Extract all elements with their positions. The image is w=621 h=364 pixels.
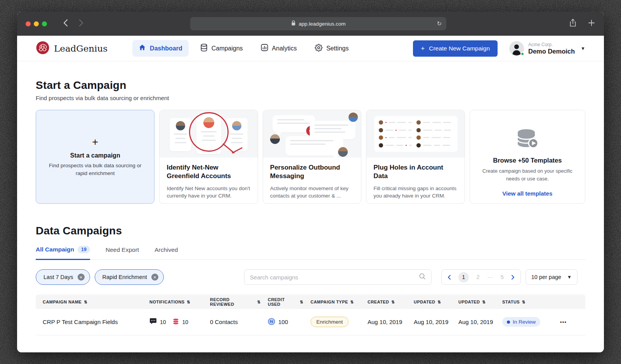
status-label: In Review [513,319,536,325]
chip-label: Rapid Enrichment [102,274,147,280]
zoom-button[interactable] [42,21,47,26]
database-icon [200,43,208,53]
filter-chip-rapid-enrichment[interactable]: Rapid Enrichment × [95,269,164,285]
row-actions-icon[interactable]: ••• [560,319,567,325]
nav-item-dashboard[interactable]: Dashboard [132,40,189,57]
next-page-icon[interactable] [512,275,515,280]
nav-label-campaigns: Campaigns [212,45,243,52]
view-all-templates-link[interactable]: View all templates [502,190,552,197]
section-title: Data Campaigns [36,225,585,237]
browse-templates-card[interactable]: Browse +50 Templates Create campaign bas… [470,110,585,204]
count-badge: 19 [78,246,90,253]
nav-item-campaigns[interactable]: Campaigns [194,40,249,57]
analytics-icon [261,44,268,53]
data-stack-icon[interactable] [172,318,179,326]
page-1[interactable]: 1 [458,272,469,283]
sort-icon[interactable] [350,300,354,304]
lock-icon [291,20,296,27]
outbound-messaging-card[interactable]: Personalize Outbound Messaging Actively … [263,110,361,204]
search-box [244,269,432,285]
col-record-reviewed: Record Reviewed [210,297,255,307]
search-input[interactable] [250,274,419,281]
back-icon[interactable] [63,19,68,28]
prev-page-icon[interactable] [448,275,451,280]
filter-chip-last-7-days[interactable]: Last 7 Days × [36,269,90,285]
filter-toolbar: Last 7 Days × Rapid Enrichment × 1 2 ···… [36,269,585,285]
app-navbar: LeadGenius Dashboard Campaigns Analytics… [17,36,604,61]
page-subtitle: Find prospects via bulk data sourcing or… [36,95,585,101]
cell-campaign-name[interactable]: CRP P Test Campaign Fields [36,319,142,325]
sort-icon[interactable] [84,300,87,304]
sort-icon[interactable] [522,300,526,304]
new-tab-icon[interactable] [588,19,595,28]
forward-icon[interactable] [79,19,83,28]
brand-logo[interactable]: LeadGenius [36,41,108,56]
greenfield-accounts-card[interactable]: Identify Net-New Greenfield Accounts Ide… [159,110,258,204]
sort-icon[interactable] [482,300,486,304]
user-name: Demo Demoich [528,48,575,55]
campaign-cards: + Start a campaign Find prospects via bu… [36,110,585,204]
address-bar[interactable]: app.leadgenius.com ↻ [190,17,446,30]
chevron-down-icon: ▼ [567,274,572,280]
cell-record-reviewed: 0 Contacts [203,319,261,325]
cell-updated-2: Aug 10, 2019 [451,319,495,325]
user-company: Acme Corp. [528,42,575,47]
sort-icon[interactable] [300,300,304,304]
card-title: Browse +50 Templates [493,157,562,164]
nav-item-settings[interactable]: Settings [309,40,355,57]
tab-all-campaign[interactable]: All Campaign 19 [36,246,90,260]
page-2[interactable]: 2 [477,274,480,280]
create-button-label: Create New Campaign [429,45,490,52]
cell-status: In Review [495,317,553,327]
tab-need-export[interactable]: Need Export [106,246,139,259]
campaign-tabs: All Campaign 19 Need Export Archived [36,246,585,260]
plus-icon: + [421,45,425,52]
per-page-select[interactable]: 10 per page ▼ [526,269,578,285]
account-data-illustration [366,110,464,158]
magnifier-icon [189,112,229,152]
message-count: 10 [160,319,166,325]
traffic-lights [26,21,47,26]
nav-label-dashboard: Dashboard [150,45,182,52]
account-data-card[interactable]: Plug Holes in Account Data Fill critical… [366,110,465,204]
table-row[interactable]: CRP P Test Campaign Fields 10 10 0 Conta… [36,309,585,335]
tab-archived[interactable]: Archived [154,246,178,259]
user-menu[interactable]: Acme Corp. Demo Demoich ▼ [509,41,585,56]
sort-icon[interactable] [187,300,191,304]
remove-filter-icon[interactable]: × [78,274,85,281]
card-description: Create campaign based on your specific n… [479,167,576,182]
plus-icon: + [92,136,98,148]
start-campaign-card[interactable]: + Start a campaign Find prospects via bu… [36,110,154,204]
home-icon [139,44,146,53]
minimize-button[interactable] [34,21,39,26]
card-description: Identify Net New accounts you don't curr… [167,185,250,200]
credit-count: 100 [278,319,288,325]
remove-filter-icon[interactable]: × [151,274,158,281]
status-badge: In Review [502,317,540,327]
status-dot-icon [507,321,510,324]
close-button[interactable] [26,21,31,26]
col-created: Created [368,300,389,304]
share-icon[interactable] [569,18,577,29]
sort-icon[interactable] [257,300,261,304]
avatar [509,41,524,56]
col-updated-2: Updated [458,300,480,304]
col-notifications: Notifications [149,300,185,304]
url-text: app.leadgenius.com [299,21,346,27]
brand-name: LeadGenius [54,43,108,54]
sort-icon[interactable] [392,300,395,304]
cell-credit-used: 100 [261,318,304,326]
nav-label-settings: Settings [326,45,349,52]
search-icon[interactable] [419,273,426,281]
enrichment-badge: Enrichment [310,317,349,327]
per-page-label: 10 per page [531,274,561,280]
page-5[interactable]: 5 [501,274,504,280]
refresh-icon[interactable]: ↻ [437,20,442,27]
tab-label: All Campaign [36,246,74,253]
cell-notifications: 10 10 [142,318,203,326]
create-new-campaign-button[interactable]: + Create New Campaign [413,40,498,57]
message-icon[interactable] [149,318,157,326]
sort-icon[interactable] [438,300,441,304]
online-status-dot [520,52,524,56]
nav-item-analytics[interactable]: Analytics [255,40,303,57]
